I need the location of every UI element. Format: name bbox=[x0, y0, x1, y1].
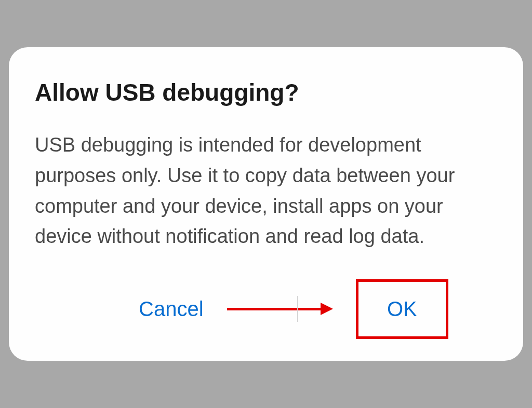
usb-debugging-dialog: Allow USB debugging? USB debugging is in… bbox=[9, 47, 523, 361]
cancel-button[interactable]: Cancel bbox=[139, 297, 204, 321]
dialog-body: USB debugging is intended for developmen… bbox=[35, 130, 497, 252]
dialog-button-row: Cancel OK bbox=[35, 283, 497, 335]
arrow-annotation-icon bbox=[227, 303, 333, 315]
ok-button[interactable]: OK bbox=[387, 297, 417, 321]
ok-button-highlight: OK bbox=[356, 279, 448, 339]
dialog-title: Allow USB debugging? bbox=[35, 78, 497, 106]
button-divider bbox=[297, 296, 298, 322]
